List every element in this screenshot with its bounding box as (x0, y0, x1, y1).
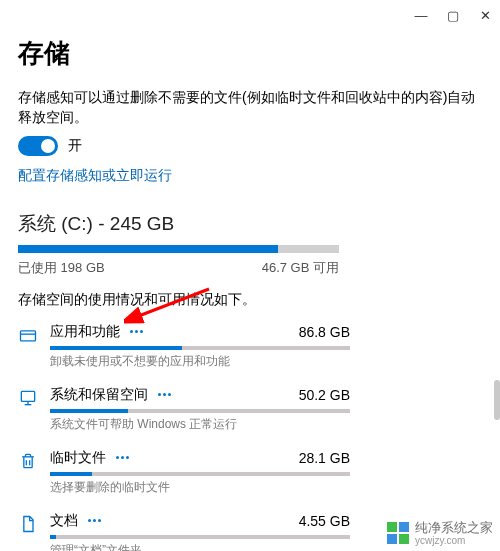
category-bar-fill (50, 409, 128, 413)
category-bar-fill (50, 346, 182, 350)
drive-title: 系统 (C:) - 245 GB (18, 211, 482, 237)
drive-usage-bar (18, 245, 339, 253)
loading-spinner-icon (88, 519, 101, 522)
category-subtext: 卸载未使用或不想要的应用和功能 (50, 353, 482, 370)
close-button[interactable]: ✕ (478, 8, 492, 23)
category-row-apps[interactable]: 应用和功能 86.8 GB卸载未使用或不想要的应用和功能 (18, 321, 482, 372)
category-bar (50, 535, 350, 539)
category-name: 应用和功能 (50, 323, 143, 341)
page-title: 存储 (18, 36, 482, 71)
maximize-button[interactable]: ▢ (446, 8, 460, 23)
drive-stats: 已使用 198 GB 46.7 GB 可用 (18, 259, 339, 277)
drive-used-label: 已使用 198 GB (18, 259, 105, 277)
category-row-system[interactable]: 系统和保留空间 50.2 GB系统文件可帮助 Windows 正常运行 (18, 384, 482, 435)
configure-storage-sense-link[interactable]: 配置存储感知或立即运行 (18, 167, 172, 185)
loading-spinner-icon (116, 456, 129, 459)
drive-free-label: 46.7 GB 可用 (262, 259, 339, 277)
scrollbar[interactable] (494, 380, 500, 420)
category-size: 50.2 GB (299, 387, 350, 403)
svg-rect-2 (21, 391, 34, 401)
apps-icon (18, 325, 38, 345)
category-size: 28.1 GB (299, 450, 350, 466)
trash-icon (18, 451, 38, 471)
category-size: 86.8 GB (299, 324, 350, 340)
category-size: 4.55 GB (299, 513, 350, 529)
watermark-name: 纯净系统之家 (415, 521, 493, 535)
doc-icon (18, 514, 38, 534)
category-name: 系统和保留空间 (50, 386, 171, 404)
watermark: 纯净系统之家 ycwjzy.com (387, 521, 493, 546)
system-icon (18, 388, 38, 408)
storage-sense-toggle[interactable] (18, 136, 58, 156)
usage-description: 存储空间的使用情况和可用情况如下。 (18, 291, 482, 309)
category-bar (50, 472, 350, 476)
storage-sense-description: 存储感知可以通过删除不需要的文件(例如临时文件和回收站中的内容)自动释放空间。 (18, 87, 482, 128)
category-bar-fill (50, 472, 92, 476)
toggle-on-label: 开 (68, 137, 82, 155)
watermark-url: ycwjzy.com (415, 535, 493, 546)
loading-spinner-icon (130, 330, 143, 333)
watermark-logo-icon (387, 522, 409, 544)
category-subtext: 选择要删除的临时文件 (50, 479, 482, 496)
category-name: 临时文件 (50, 449, 129, 467)
loading-spinner-icon (158, 393, 171, 396)
category-bar (50, 409, 350, 413)
minimize-button[interactable]: — (414, 8, 428, 23)
window-title-bar: — ▢ ✕ (0, 0, 500, 30)
category-subtext: 系统文件可帮助 Windows 正常运行 (50, 416, 482, 433)
category-name: 文档 (50, 512, 101, 530)
svg-rect-0 (21, 330, 36, 340)
category-bar-fill (50, 535, 56, 539)
drive-usage-fill (18, 245, 278, 253)
category-row-trash[interactable]: 临时文件 28.1 GB选择要删除的临时文件 (18, 447, 482, 498)
category-bar (50, 346, 350, 350)
